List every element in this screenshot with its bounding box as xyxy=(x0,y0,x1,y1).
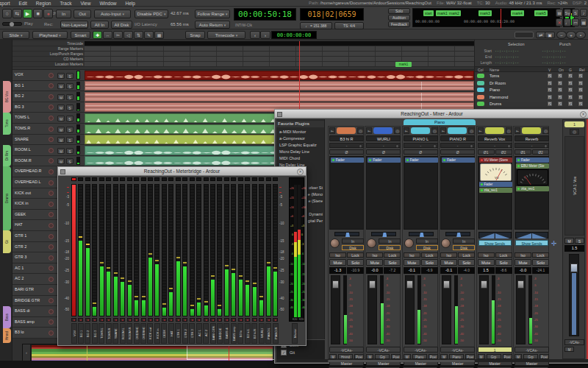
window-menu-icon[interactable] xyxy=(277,112,282,117)
peak-display[interactable] xyxy=(224,177,229,181)
eye-icon[interactable]: ◎ xyxy=(468,127,475,134)
record-enable-icon[interactable] xyxy=(78,318,83,322)
punch-length-clock[interactable]: --:--:--:-- xyxy=(542,60,566,65)
fader[interactable] xyxy=(405,275,415,344)
vca-fader[interactable] xyxy=(569,254,579,336)
pan-control[interactable] xyxy=(445,232,470,236)
favorites-header[interactable]: Favorite Plugins xyxy=(276,121,324,127)
group-checkbox[interactable]: ✓ xyxy=(558,95,562,99)
group-checkbox[interactable]: ✓ xyxy=(568,88,573,92)
record-enable-icon[interactable] xyxy=(49,288,54,293)
mute-button[interactable]: M xyxy=(57,83,65,89)
strip-name-button[interactable]: PIANO L xyxy=(404,135,438,141)
pan-control[interactable] xyxy=(409,232,434,236)
all-disk-button[interactable]: All Disk xyxy=(111,21,132,29)
solo-lock-button[interactable]: Lock xyxy=(347,252,364,258)
phase-invert-button[interactable]: Ø2 xyxy=(495,149,512,155)
fader[interactable] xyxy=(442,275,451,344)
punch-clock-icon[interactable]: ▤ xyxy=(556,9,563,17)
phase-invert-button[interactable]: Ø1 xyxy=(514,149,531,155)
input-button[interactable]: ⇤ xyxy=(329,127,335,134)
vca-assign-button[interactable]: -VCAs- xyxy=(514,347,549,353)
processor-vu[interactable]: VU Meter (Stere xyxy=(479,158,512,163)
punch-end-clock[interactable]: --:--:--:-- xyxy=(542,54,566,59)
scroll-handle[interactable] xyxy=(328,360,475,362)
group-color-chip[interactable] xyxy=(477,102,484,106)
track-name-BARIGTR[interactable]: BARI GTR xyxy=(15,287,34,291)
favorite-plugin-item-partial[interactable]: olver St xyxy=(309,185,323,190)
selection-length-clock[interactable]: --:--:--:-- xyxy=(495,60,519,65)
disk-monitor-button[interactable]: Disk xyxy=(379,245,401,250)
loop-icon[interactable]: ○ xyxy=(2,9,12,18)
strip-name-button[interactable]: B3 hi R xyxy=(329,135,364,141)
peak-display[interactable]: -6.9 xyxy=(421,267,438,274)
group-checkbox[interactable]: ✓ xyxy=(578,74,583,78)
menu-region[interactable]: Region xyxy=(36,1,51,6)
input-button[interactable]: ⇤ xyxy=(366,127,372,134)
peak-display[interactable] xyxy=(266,177,271,181)
edit-tool-icon[interactable]: ▦ xyxy=(154,31,164,39)
tempo-button[interactable]: ♩ = 151.388 xyxy=(300,22,332,29)
favorite-plugin-item[interactable]: a-MIDI Monitor xyxy=(279,130,306,134)
mute-button[interactable]: Mute xyxy=(440,259,457,266)
peak-display[interactable] xyxy=(106,177,111,181)
favorite-plugin-item[interactable]: a-Compressor xyxy=(279,136,305,141)
eye-icon[interactable]: ◎ xyxy=(394,127,401,134)
peak-display[interactable] xyxy=(85,177,90,181)
phase-invert-button[interactable]: Ø xyxy=(404,149,438,155)
record-enable-icon[interactable] xyxy=(49,180,54,185)
group-tab-Gt[interactable]: Gt xyxy=(3,230,11,253)
save-icon[interactable]: ▣ xyxy=(545,32,555,38)
mute-button[interactable]: Mute xyxy=(366,259,383,266)
peak-display[interactable] xyxy=(176,177,181,181)
record-enable-icon[interactable] xyxy=(49,169,54,174)
timeline-marker-mark5[interactable]: mark5 xyxy=(534,10,548,16)
record-enable-icon[interactable] xyxy=(210,318,215,322)
range-tool-icon[interactable]: ↔ xyxy=(103,31,112,39)
peak-display[interactable]: -8.6 xyxy=(495,267,512,274)
record-enable-icon[interactable] xyxy=(266,318,271,322)
timefx-tool-icon[interactable]: ⇅ xyxy=(134,31,143,39)
track-name-BG1[interactable]: BG 1 xyxy=(15,83,24,88)
ruler-label-4[interactable]: Location Markers xyxy=(12,62,85,67)
eye-icon[interactable]: ◎ xyxy=(357,127,364,134)
meter-label[interactable]: OVERHE xyxy=(134,323,140,344)
nudge-forward-button[interactable]: › xyxy=(260,31,270,39)
record-enable-icon[interactable] xyxy=(49,127,54,132)
solo-button[interactable]: S xyxy=(66,105,74,110)
meter-point-button[interactable]: M xyxy=(329,354,337,359)
record-enable-icon[interactable] xyxy=(49,255,54,261)
solo-button[interactable]: S xyxy=(66,94,74,100)
group-checkbox[interactable]: ✓ xyxy=(558,74,562,78)
disk-monitor-button[interactable]: Disk xyxy=(342,245,364,250)
summary-view-rect[interactable] xyxy=(187,344,275,360)
meter-label[interactable]: PIANO.R xyxy=(273,323,279,344)
group-checkbox[interactable]: ✓ xyxy=(578,88,583,92)
meter-label[interactable]: SNARE xyxy=(112,323,118,344)
window-stack-icon[interactable]: ▭ xyxy=(572,18,579,26)
strip-color[interactable] xyxy=(337,127,356,134)
timeline-marker-start[interactable]: start xyxy=(423,10,434,16)
meter-label[interactable]: GTR 1 xyxy=(175,323,181,344)
record-enable-icon[interactable] xyxy=(252,318,257,322)
menu-view[interactable]: View xyxy=(80,1,90,6)
solo-button[interactable]: S xyxy=(66,83,74,89)
metering-post-button[interactable]: Post xyxy=(465,354,475,359)
play-icon[interactable]: ▶ xyxy=(23,9,32,18)
record-enable-icon[interactable] xyxy=(92,318,97,322)
trim-control[interactable]: - xyxy=(440,143,475,148)
trim-knob-icon[interactable] xyxy=(544,144,548,148)
location-marker-mark1[interactable]: mark1 xyxy=(395,62,412,67)
audition-tool-icon[interactable]: ◁ xyxy=(123,31,133,39)
record-enable-icon[interactable] xyxy=(182,318,187,322)
meter-label-master[interactable]: Master xyxy=(292,323,298,344)
peak-display[interactable] xyxy=(148,177,153,181)
summary-scroll-left-icon[interactable]: ‹ xyxy=(23,344,30,361)
menu-edit[interactable]: Edit xyxy=(19,1,27,6)
group-tab-DrRm[interactable]: Dr Rm xyxy=(3,145,11,166)
favorite-plugin-item-partial[interactable]: gital Per xyxy=(308,219,323,223)
peak-display[interactable] xyxy=(120,177,125,181)
peak-display[interactable] xyxy=(204,177,209,181)
add-vca-icon[interactable]: ✛ xyxy=(551,240,557,247)
solo-button[interactable]: S xyxy=(66,148,74,154)
